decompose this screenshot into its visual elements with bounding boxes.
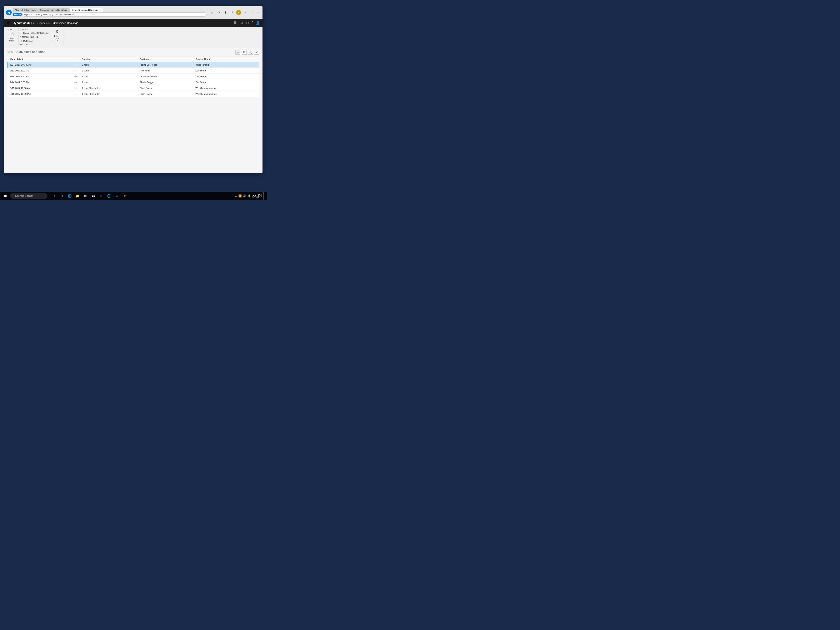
ribbon-groups: HOME 📄 CreateInvoice ACTIONS bbox=[7, 28, 260, 47]
taskbar-app-ie[interactable]: e bbox=[98, 192, 105, 200]
mark-invoiced-icon: ✔ bbox=[19, 36, 21, 38]
app-area: ⊞ Dynamics 365 ▾ Financials Uninvoiced B… bbox=[4, 19, 262, 173]
taskbar-app-word[interactable]: W bbox=[113, 192, 121, 200]
card-view-button[interactable]: ⊞ bbox=[242, 50, 247, 55]
row-ellipsis-button[interactable]: ··· bbox=[74, 87, 77, 90]
mark-as-invoiced-button[interactable]: ✔ Mark as Invoiced bbox=[19, 35, 49, 39]
app-name[interactable]: Dynamics 365 ▾ bbox=[13, 21, 34, 25]
nav-module-financials[interactable]: Financials bbox=[37, 22, 50, 25]
help-icon[interactable]: ? bbox=[230, 10, 235, 15]
row-ellipsis-button[interactable]: ··· bbox=[74, 63, 77, 66]
table-row[interactable]: 9/15/2017 12:00 PM ··· 1 hour 30 minutes… bbox=[8, 91, 259, 97]
row-date: 9/15/2017 12:00 PM bbox=[8, 91, 72, 97]
taskbar-app-store[interactable]: ▦ bbox=[82, 192, 89, 200]
taskbar-app-files[interactable]: ◻ bbox=[58, 192, 65, 200]
row-customer: Shiela Sogge bbox=[138, 79, 193, 85]
row-duration: 1 hour bbox=[80, 79, 138, 85]
create-invoice-icon: 📄 bbox=[8, 31, 15, 37]
waffle-icon[interactable]: ⊞ bbox=[7, 21, 9, 25]
row-date: 9/14/2017 8:00 AM bbox=[8, 79, 72, 85]
table-row[interactable]: 9/15/2017 2:30 PM ··· 1 hour Alpine Ski … bbox=[8, 74, 259, 79]
page-group-label: Page bbox=[53, 39, 61, 42]
tab-uninvoiced-bookings[interactable]: View - Uninvoiced Bookings... ✕ bbox=[70, 8, 103, 12]
create-invoice-button[interactable]: 📄 CreateInvoice bbox=[8, 31, 16, 42]
back-button[interactable]: ◀ bbox=[6, 9, 12, 16]
row-actions[interactable]: ··· bbox=[72, 74, 80, 79]
show-desktop-button[interactable] bbox=[263, 192, 265, 200]
row-date: 9/14/2017 10:30 AM bbox=[8, 62, 72, 68]
taskbar-app-view[interactable]: ⊟ bbox=[50, 192, 57, 200]
search-icon[interactable]: 🔍 bbox=[234, 21, 238, 25]
taskbar-apps: ⊟ ◻ 🌐 📁 ▦ ✉ e 🌐 W P bbox=[50, 192, 129, 200]
ribbon-group-actions: ACTIONS 📄 Create Invoice for Customer ✔ … bbox=[19, 28, 52, 47]
close-button[interactable]: ✕ bbox=[255, 10, 261, 14]
table-row[interactable]: 9/14/2017 10:30 AM ··· 2 hours Alpine Sk… bbox=[8, 62, 259, 68]
col-date[interactable]: User Lists ▾ bbox=[8, 57, 72, 62]
row-service: Car Setup bbox=[193, 74, 259, 79]
row-actions[interactable]: ··· bbox=[72, 79, 80, 85]
tab-close-icon[interactable]: ✕ bbox=[101, 9, 103, 11]
taskbar-clock[interactable]: 2:04 PM 9/17/2017 bbox=[253, 194, 262, 198]
battery-icon[interactable]: 🔋 bbox=[248, 194, 251, 197]
home-group-label: HOME bbox=[8, 29, 16, 31]
smiley-icon[interactable]: ☺ bbox=[240, 21, 243, 25]
taskbar-app-edge[interactable]: 🌐 bbox=[66, 192, 73, 200]
row-actions[interactable]: ··· bbox=[72, 85, 80, 91]
address-row: InPrivate bbox=[13, 13, 207, 17]
tab-office-home[interactable]: Microsoft Office Home bbox=[13, 8, 38, 12]
row-ellipsis-button[interactable]: ··· bbox=[74, 69, 77, 72]
row-actions[interactable]: ··· bbox=[72, 91, 80, 97]
invoice-all-button[interactable]: 📋 Invoice All bbox=[19, 39, 49, 43]
system-tray-expand-icon[interactable]: ∧ bbox=[235, 194, 237, 197]
nav-page-title: Uninvoiced Bookings bbox=[53, 22, 78, 25]
search-view-button[interactable]: 🔍 bbox=[248, 50, 253, 55]
taskbar-app-powerpoint[interactable]: P bbox=[121, 192, 129, 200]
content-area: VIEW · UNINVOICED BOOKINGS ≡ ⊞ 🔍 ✕ U bbox=[4, 48, 262, 98]
start-button[interactable]: ⊞ bbox=[2, 192, 9, 200]
date-filter-dropdown[interactable]: User Lists ▾ bbox=[10, 58, 70, 60]
settings-icon[interactable]: ⚙ bbox=[223, 10, 228, 15]
address-input[interactable] bbox=[22, 13, 207, 17]
row-ellipsis-button[interactable]: ··· bbox=[74, 75, 77, 78]
taskbar-app-mail[interactable]: ✉ bbox=[90, 192, 97, 200]
row-service: Weekly Maintenance bbox=[193, 85, 259, 91]
taskbar-app-chrome[interactable]: 🌐 bbox=[106, 192, 113, 200]
table-row[interactable]: 9/15/2017 10:00 AM ··· 1 hour 30 minutes… bbox=[8, 85, 259, 91]
tab-bookings[interactable]: Bookings - Janggi Brandtham bbox=[38, 8, 69, 12]
taskbar-search[interactable]: ○ Type here to search bbox=[10, 193, 47, 199]
row-actions[interactable]: ··· bbox=[72, 68, 80, 74]
close-view-button[interactable]: ✕ bbox=[254, 50, 259, 55]
help-question-icon[interactable]: ? bbox=[251, 21, 253, 25]
browser-icons: ☆ ⟳ ⚙ ? A bbox=[210, 10, 241, 15]
row-customer: Alpine Ski House bbox=[138, 74, 193, 79]
row-ellipsis-button[interactable]: ··· bbox=[74, 81, 77, 84]
table-row[interactable]: 9/11/2017 1:00 PM ··· 2 hours Relecloud … bbox=[8, 68, 259, 74]
edit-in-excel-label: Edit inExcel bbox=[54, 35, 60, 39]
table-header: User Lists ▾ Duration Customer Servi bbox=[8, 57, 259, 62]
row-actions[interactable]: ··· bbox=[72, 62, 80, 68]
edit-in-excel-button[interactable]: X Edit inExcel bbox=[53, 29, 61, 39]
refresh-icon[interactable]: ⟳ bbox=[216, 10, 221, 15]
row-ellipsis-button[interactable]: ··· bbox=[74, 92, 77, 95]
maximize-button[interactable]: □ bbox=[249, 10, 254, 14]
favorites-icon[interactable]: ☆ bbox=[210, 10, 215, 15]
table-row[interactable]: 9/14/2017 8:00 AM ··· 1 hour Shiela Sogg… bbox=[8, 79, 259, 85]
row-duration: 1 hour 30 minutes bbox=[80, 85, 138, 91]
minimize-button[interactable]: ─ bbox=[243, 10, 248, 14]
actions-group-label: ACTIONS bbox=[19, 29, 49, 31]
profile-icon[interactable]: 👤 bbox=[256, 21, 260, 25]
user-avatar[interactable]: A bbox=[236, 10, 241, 15]
taskbar-app-explorer[interactable]: 📁 bbox=[74, 192, 81, 200]
browser-chrome: ◀ Microsoft Office Home Bookings - Jangg… bbox=[4, 6, 262, 19]
settings-gear-icon[interactable]: ⚙ bbox=[246, 21, 249, 25]
volume-icon[interactable]: 🔊 bbox=[243, 194, 246, 197]
create-invoice-customer-button[interactable]: 📄 Create Invoice for Customer bbox=[19, 31, 49, 35]
create-invoice-label: CreateInvoice bbox=[9, 38, 15, 42]
list-view-button[interactable]: ≡ bbox=[235, 50, 240, 55]
browser-controls: ◀ bbox=[6, 9, 12, 16]
table-header-row: User Lists ▾ Duration Customer Servi bbox=[8, 57, 259, 62]
filter-chevron-icon: ▾ bbox=[22, 58, 23, 60]
network-icon[interactable]: 📶 bbox=[238, 194, 242, 197]
view-header: VIEW · UNINVOICED BOOKINGS ≡ ⊞ 🔍 ✕ bbox=[8, 50, 259, 55]
row-customer: Chad Sogge bbox=[138, 85, 193, 91]
